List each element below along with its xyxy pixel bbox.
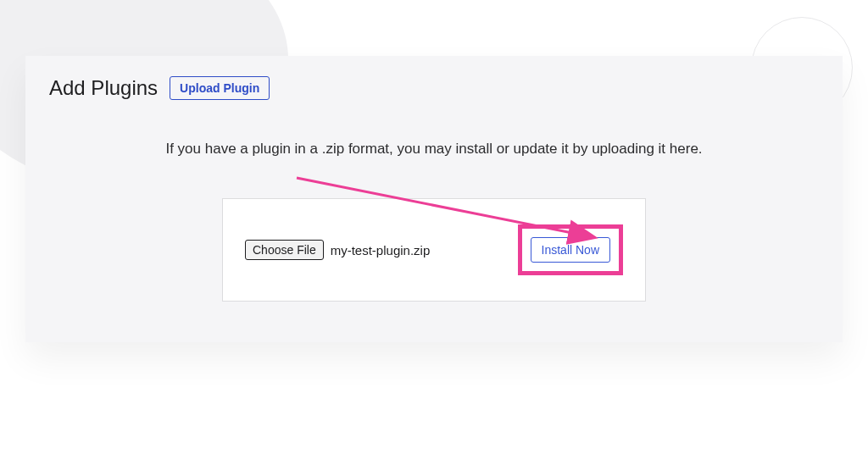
page-title: Add Plugins	[49, 76, 158, 100]
file-picker: Choose File my-test-plugin.zip	[245, 240, 430, 260]
choose-file-button[interactable]: Choose File	[245, 240, 324, 260]
instruction-text: If you have a plugin in a .zip format, y…	[49, 141, 819, 158]
upload-plugin-button[interactable]: Upload Plugin	[170, 76, 270, 100]
add-plugins-panel: Add Plugins Upload Plugin If you have a …	[25, 56, 843, 342]
upload-box: Choose File my-test-plugin.zip Install N…	[222, 198, 646, 302]
install-now-button[interactable]: Install Now	[531, 237, 610, 263]
panel-header: Add Plugins Upload Plugin	[49, 76, 819, 100]
install-highlight-annotation: Install Now	[518, 224, 623, 275]
selected-filename: my-test-plugin.zip	[331, 243, 431, 257]
